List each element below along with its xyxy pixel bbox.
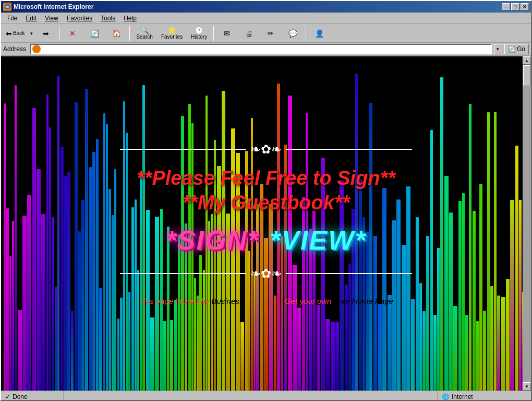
toolbar-separator-4 [306,26,306,41]
title-bar: Microsoft Internet Explorer ─ □ ✕ [1,1,531,13]
status-done: ✓ Done [1,391,64,401]
menu-tools[interactable]: Tools [96,14,119,23]
history-icon: 🕐 [195,27,203,34]
window-title: Microsoft Internet Explorer [14,3,502,10]
menu-help[interactable]: Help [119,14,141,23]
mail-icon: ✉ [224,30,230,37]
address-dropdown[interactable]: ▾ [494,44,502,54]
zone-label: Internet [452,393,473,400]
address-bar: Address ▾ 🔃 Go [1,43,531,56]
edit-button[interactable]: ✏ [260,25,281,42]
window-controls: ─ □ ✕ [502,3,529,10]
favorites-button[interactable]: ⭐ Favorites [158,25,186,42]
status-bar: ✓ Done 🌐 Internet [1,391,531,401]
ornament-line-bottom-left [120,273,246,274]
print-icon: 🖨 [245,30,252,37]
content-overlay: ❧✿❧ **Please Feel Free to Sign** **My Gu… [1,56,531,391]
ornament-line-left [120,149,246,150]
restore-button[interactable]: □ [511,3,519,10]
footer-text: This page hosted by Business Get your ow… [139,297,393,305]
refresh-icon: 🔄 [90,30,99,37]
ornament-bottom: ❧✿❧ [120,266,412,281]
menu-file[interactable]: File [3,14,21,23]
back-button[interactable]: ⬅ Back [3,25,27,42]
content-area: ❧✿❧ **Please Feel Free to Sign** **My Gu… [1,56,531,391]
stop-button[interactable]: ✕ [62,25,83,42]
address-input-container [30,44,492,54]
forward-button[interactable]: ➡ [35,25,56,42]
footer-business-link[interactable]: Business [211,297,243,305]
history-label: History [191,34,207,40]
search-icon: 🔍 [140,27,149,34]
messenger-icon: 👤 [315,30,324,37]
forward-icon: ➡ [43,30,49,37]
scroll-up-button[interactable]: ▲ [523,56,531,65]
scroll-track[interactable] [523,65,531,382]
footer-right-prefix: Get your own [285,297,333,305]
menu-bar: File Edit View Favorites Tools Help [1,13,531,24]
back-dropdown[interactable]: ▾ [28,25,34,42]
page-icon [32,45,41,53]
search-button[interactable]: 🔍 Search [132,25,156,42]
heading-line2: **My Guestbook** [183,192,350,214]
done-label: Done [13,393,28,400]
ornament-top: ❧✿❧ [120,142,412,157]
print-button[interactable]: 🖨 [238,25,259,42]
ornament-center-top: ❧✿❧ [250,142,282,157]
minimize-button[interactable]: ─ [502,3,510,10]
go-button[interactable]: 🔃 Go [504,44,529,54]
toolbar-separator-3 [213,26,214,41]
free-home-page-link[interactable]: Free Home Page [334,297,393,305]
toolbar: ⬅ Back ▾ ➡ ✕ 🔄 🏠 🔍 Search ⭐ Fav [1,24,531,43]
go-label: Go [517,45,525,53]
done-icon: ✓ [5,393,10,400]
ie-window: Microsoft Internet Explorer ─ □ ✕ File E… [0,0,532,401]
edit-icon: ✏ [268,30,274,37]
favorites-icon: ⭐ [167,27,176,34]
scroll-thumb[interactable] [523,65,530,86]
sign-view-row: *SIGN* *VIEW* [166,225,367,256]
scroll-down-button[interactable]: ▼ [523,382,531,391]
zone-icon: 🌐 [442,393,450,400]
search-label: Search [136,34,153,40]
address-label: Address [3,45,28,53]
menu-edit[interactable]: Edit [21,14,41,23]
scrollbar: ▲ ▼ [523,56,531,391]
back-label: Back [13,30,25,36]
favorites-label: Favorites [161,34,183,40]
toolbar-separator-2 [129,26,130,41]
ornament-line-right [286,149,412,150]
footer-left-prefix: This page hosted by [139,297,211,305]
messenger-button[interactable]: 👤 [309,25,330,42]
close-button[interactable]: ✕ [521,3,529,10]
view-button[interactable]: *VIEW* [270,225,366,256]
status-zone: 🌐 Internet [437,393,531,400]
discuss-icon: 💬 [288,30,297,37]
heading-line1: **Please Feel Free to Sign** [137,167,395,190]
sign-button[interactable]: *SIGN* [166,225,260,256]
footer-left: This page hosted by Business [139,297,243,305]
mail-button[interactable]: ✉ [216,25,237,42]
ie-icon [3,3,11,11]
home-icon: 🏠 [112,30,121,37]
toolbar-separator-1 [59,26,59,41]
refresh-button[interactable]: 🔄 [84,25,105,42]
ornament-line-bottom-right [286,273,412,274]
footer-right: Get your own Free Home Page [285,297,393,305]
stop-icon: ✕ [69,30,76,37]
discuss-button[interactable]: 💬 [282,25,303,42]
history-button[interactable]: 🕐 History [187,25,211,42]
home-button[interactable]: 🏠 [106,25,127,42]
go-arrow-icon: 🔃 [508,45,516,53]
menu-favorites[interactable]: Favorites [63,14,96,23]
menu-view[interactable]: View [41,14,63,23]
ornament-center-bottom: ❧✿❧ [250,266,282,281]
